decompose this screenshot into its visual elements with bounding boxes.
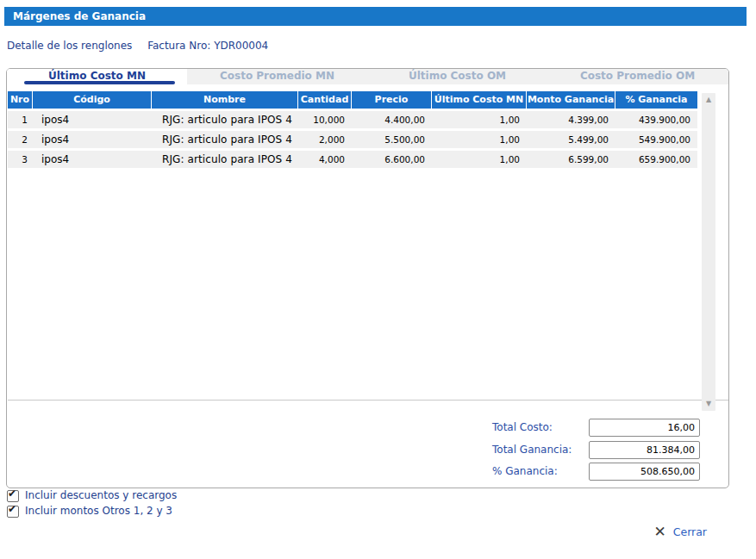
column-header-nro[interactable]: Nro <box>8 91 33 109</box>
tab-costo-promedio-mn[interactable]: Costo Promedio MN <box>187 69 367 84</box>
table-row[interactable]: 2 ipos4 RJG: articulo para IPOS 4 2,000 … <box>8 131 697 148</box>
window-titlebar: Márgenes de Ganancia <box>4 7 747 26</box>
cell-nro: 3 <box>8 151 33 168</box>
checkbox-label: Incluir descuentos y recargos <box>25 489 177 502</box>
close-button-label: Cerrar <box>673 525 707 538</box>
scroll-up-icon[interactable]: ▲ <box>702 95 715 105</box>
cell-precio: 4.400,00 <box>352 111 432 128</box>
cell-cantidad: 4,000 <box>298 151 352 168</box>
column-header-pct-ganancia[interactable]: % Ganancia <box>615 91 697 109</box>
column-header-codigo[interactable]: Código <box>33 91 152 109</box>
close-x-icon: ✕ <box>653 525 665 539</box>
window-title: Márgenes de Ganancia <box>13 10 146 22</box>
tab-label: Último Costo OM <box>409 70 506 82</box>
close-button[interactable]: ✕ Cerrar <box>653 525 707 539</box>
cell-codigo: ipos4 <box>33 151 152 168</box>
checkbox-incluir-descuentos[interactable]: ✔ Incluir descuentos y recargos <box>7 489 177 502</box>
column-header-ultimo-costo-mn[interactable]: Último Costo MN <box>432 91 527 109</box>
tab-ultimo-costo-mn[interactable]: Último Costo MN <box>7 69 187 84</box>
subheader: Detalle de los renglones Factura Nro: YD… <box>7 40 268 52</box>
cell-nombre: RJG: articulo para IPOS 4 <box>152 131 298 148</box>
tab-label: Último Costo MN <box>48 70 146 82</box>
tab-label: Costo Promedio OM <box>580 70 695 82</box>
cell-codigo: ipos4 <box>33 131 152 148</box>
column-header-cantidad[interactable]: Cantidad <box>298 91 352 109</box>
check-icon: ✔ <box>8 488 16 500</box>
total-ganancia-label: Total Ganancia: <box>492 444 589 456</box>
check-icon: ✔ <box>8 503 16 515</box>
grid-bottom-border <box>8 400 728 401</box>
checkbox-label: Incluir montos Otros 1, 2 y 3 <box>25 505 172 518</box>
invoice-number-label: Factura Nro: YDR00004 <box>147 40 268 52</box>
cell-pct-ganancia: 439.900,00 <box>615 111 697 128</box>
data-grid: Nro Código Nombre Cantidad Precio Último… <box>8 91 697 168</box>
tab-costo-promedio-om[interactable]: Costo Promedio OM <box>547 69 728 84</box>
tab-strip: Último Costo MN Costo Promedio MN Último… <box>7 69 728 84</box>
cell-cantidad: 10,000 <box>298 111 352 128</box>
total-costo-field[interactable] <box>589 419 700 437</box>
cell-nro: 1 <box>8 111 33 128</box>
total-costo-row: Total Costo: <box>492 418 700 437</box>
cell-cantidad: 2,000 <box>298 131 352 148</box>
cell-nro: 2 <box>8 131 33 148</box>
content-panel: Último Costo MN Costo Promedio MN Último… <box>6 68 729 488</box>
cell-precio: 5.500,00 <box>352 131 432 148</box>
cell-monto-ganancia: 6.599,00 <box>527 151 615 168</box>
cell-ultimo-costo-mn: 1,00 <box>432 111 527 128</box>
cell-ultimo-costo-mn: 1,00 <box>432 151 527 168</box>
grid-header-row: Nro Código Nombre Cantidad Precio Último… <box>8 91 697 109</box>
cell-pct-ganancia: 659.900,00 <box>615 151 697 168</box>
pct-ganancia-row: % Ganancia: <box>492 462 700 481</box>
cell-nombre: RJG: articulo para IPOS 4 <box>152 151 298 168</box>
scroll-down-icon[interactable]: ▼ <box>702 399 715 409</box>
table-row[interactable]: 3 ipos4 RJG: articulo para IPOS 4 4,000 … <box>8 151 697 168</box>
cell-nombre: RJG: articulo para IPOS 4 <box>152 111 298 128</box>
cell-precio: 6.600,00 <box>352 151 432 168</box>
total-costo-label: Total Costo: <box>492 421 589 433</box>
column-header-nombre[interactable]: Nombre <box>152 91 298 109</box>
tab-label: Costo Promedio MN <box>220 70 334 82</box>
cell-monto-ganancia: 5.499,00 <box>527 131 615 148</box>
column-header-precio[interactable]: Precio <box>352 91 432 109</box>
checkbox-checked-icon[interactable]: ✔ <box>7 506 19 518</box>
pct-ganancia-field[interactable] <box>589 463 700 481</box>
detail-label: Detalle de los renglones <box>7 40 132 52</box>
margenes-de-ganancia-window: Márgenes de Ganancia Detalle de los reng… <box>0 0 756 559</box>
column-header-monto-ganancia[interactable]: Monto Ganancia <box>527 91 615 109</box>
total-ganancia-row: Total Ganancia: <box>492 440 700 459</box>
cell-codigo: ipos4 <box>33 111 152 128</box>
cell-pct-ganancia: 549.900,00 <box>615 131 697 148</box>
total-ganancia-field[interactable] <box>589 441 700 459</box>
checkbox-incluir-montos-otros[interactable]: ✔ Incluir montos Otros 1, 2 y 3 <box>7 505 172 518</box>
vertical-scrollbar[interactable]: ▲ ▼ <box>702 93 715 411</box>
checkbox-checked-icon[interactable]: ✔ <box>7 490 19 502</box>
cell-monto-ganancia: 4.399,00 <box>527 111 615 128</box>
cell-ultimo-costo-mn: 1,00 <box>432 131 527 148</box>
tab-ultimo-costo-om[interactable]: Último Costo OM <box>367 69 547 84</box>
pct-ganancia-label: % Ganancia: <box>492 465 589 477</box>
table-row[interactable]: 1 ipos4 RJG: articulo para IPOS 4 10,000… <box>8 111 697 128</box>
